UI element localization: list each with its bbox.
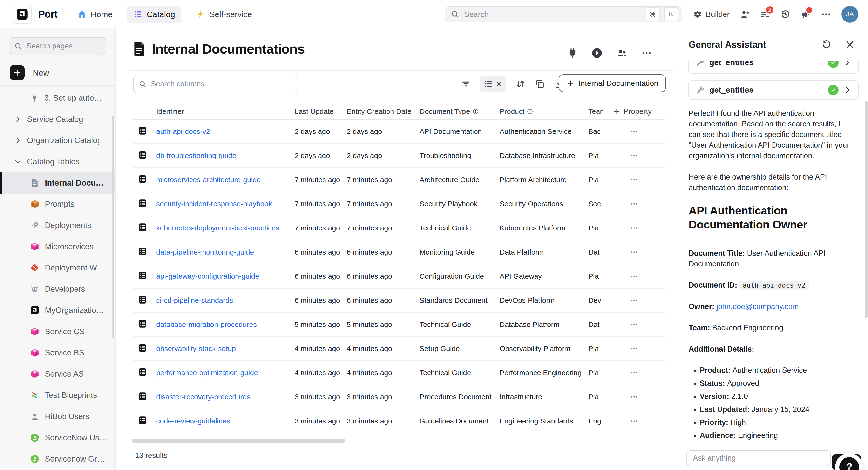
- user-avatar[interactable]: JA: [841, 6, 858, 23]
- entity-link[interactable]: observability-stack-setup: [156, 345, 236, 353]
- port-logo[interactable]: [12, 5, 32, 24]
- table-row[interactable]: data-pipeline-monitoring-guide6 minutes …: [133, 240, 665, 264]
- assistant-scrollbar[interactable]: [865, 101, 868, 318]
- table-row[interactable]: api-gateway-configuration-guide6 minutes…: [133, 264, 665, 289]
- entity-link[interactable]: database-migration-procedures: [156, 320, 257, 328]
- table-row[interactable]: microservices-architecture-guide7 minute…: [133, 168, 665, 192]
- new-page-button[interactable]: New: [10, 65, 49, 80]
- sidebar-item-deployment-w[interactable]: Deployment W…: [0, 257, 116, 278]
- entity-link[interactable]: api-gateway-configuration-guide: [156, 272, 259, 280]
- table-row[interactable]: auth-api-docs-v22 days ago2 days agoAPI …: [133, 120, 665, 144]
- sidebar-item-service-catalog[interactable]: Service Catalog: [0, 109, 116, 130]
- sidebar-item-hibob-users[interactable]: HiBob Users: [0, 406, 116, 427]
- row-actions-button[interactable]: [603, 240, 665, 264]
- copy-icon[interactable]: [535, 79, 545, 89]
- table-row[interactable]: ci-cd-pipeline-standards6 minutes ago6 m…: [133, 289, 665, 313]
- sidebar-scrollbar[interactable]: [112, 116, 114, 338]
- more-options-button[interactable]: [821, 9, 831, 20]
- chevron-right-icon[interactable]: [843, 86, 851, 94]
- table-row[interactable]: database-migration-procedures5 minutes a…: [133, 313, 665, 337]
- reset-icon[interactable]: [821, 39, 831, 50]
- table-row[interactable]: performance-optimization-guide4 minutes …: [133, 361, 665, 385]
- global-search-input[interactable]: [464, 10, 641, 19]
- row-actions-button[interactable]: [603, 216, 665, 240]
- sort-icon[interactable]: [516, 79, 526, 89]
- announcements-button[interactable]: [801, 9, 811, 19]
- entity-link[interactable]: data-pipeline-monitoring-guide: [156, 248, 254, 256]
- table-row[interactable]: db-troubleshooting-guide2 days ago2 days…: [133, 144, 665, 168]
- table-row[interactable]: kubernetes-deployment-best-practices7 mi…: [133, 216, 665, 240]
- global-search[interactable]: ⌘ K: [445, 6, 682, 22]
- column-search-input[interactable]: [151, 79, 292, 89]
- ask-input-box[interactable]: [686, 450, 831, 466]
- entity-link[interactable]: disaster-recovery-procedures: [156, 393, 250, 401]
- sidebar-item-internal-docu[interactable]: Internal Docu…: [0, 172, 116, 194]
- entity-link[interactable]: code-review-guidelines: [156, 417, 230, 425]
- sidebar-item-microservices[interactable]: Microservices: [0, 236, 116, 257]
- builder-button[interactable]: Builder: [692, 9, 730, 19]
- row-actions-button[interactable]: [603, 409, 665, 433]
- sidebar-item-myorganizatio[interactable]: MyOrganizatio…: [0, 300, 116, 321]
- header-entity-creation-date[interactable]: Entity Creation Date: [347, 107, 420, 116]
- sidebar-item-deployments[interactable]: Deployments: [0, 215, 116, 236]
- row-actions-button[interactable]: [603, 168, 665, 192]
- sidebar-item-servicenow-gr[interactable]: Servicenow Gr…: [0, 448, 116, 470]
- sidebar-item-service-bs[interactable]: Service BS: [0, 342, 116, 363]
- header-product[interactable]: Product: [500, 107, 588, 116]
- row-actions-button[interactable]: [603, 120, 665, 143]
- tool-call-card[interactable]: get_entities: [688, 61, 859, 74]
- add-internal-documentation-button[interactable]: Internal Documentation: [559, 74, 666, 92]
- sidebar-item-developers[interactable]: Developers: [0, 278, 116, 300]
- row-actions-button[interactable]: [603, 264, 665, 288]
- sidebar-item-test-blueprints[interactable]: Test Blueprints: [0, 385, 116, 406]
- nav-item-self-service[interactable]: Self-service: [189, 5, 258, 23]
- entity-link[interactable]: microservices-architecture-guide: [156, 176, 261, 184]
- entity-link[interactable]: kubernetes-deployment-best-practices: [156, 224, 279, 232]
- horizontal-scrollbar[interactable]: [132, 439, 345, 443]
- table-row[interactable]: disaster-recovery-procedures3 minutes ag…: [133, 385, 665, 409]
- sidebar-item-service-as[interactable]: Service AS: [0, 363, 116, 385]
- more-options-icon[interactable]: [641, 48, 652, 58]
- runs-audit-button[interactable]: 2: [760, 9, 770, 19]
- table-row[interactable]: observability-stack-setup4 minutes ago4 …: [133, 337, 665, 361]
- play-circle-icon[interactable]: [591, 47, 603, 59]
- group-by-pill[interactable]: [480, 76, 506, 92]
- entity-link[interactable]: performance-optimization-guide: [156, 369, 258, 377]
- sidebar-item-catalog-tables[interactable]: Catalog Tables: [0, 151, 116, 172]
- entity-link[interactable]: auth-api-docs-v2: [156, 127, 210, 135]
- sidebar-search-input[interactable]: [26, 41, 123, 51]
- close-icon[interactable]: [845, 39, 855, 50]
- plug-icon[interactable]: [567, 48, 578, 58]
- header-last-update[interactable]: Last Update: [294, 107, 347, 116]
- filter-icon[interactable]: [461, 79, 471, 89]
- sidebar-item-3-set-up-auto[interactable]: 3. Set up auto…: [0, 87, 116, 109]
- nav-item-catalog[interactable]: Catalog: [127, 5, 181, 23]
- entity-link[interactable]: db-troubleshooting-guide: [156, 151, 236, 159]
- people-icon[interactable]: [616, 47, 628, 59]
- sidebar-search[interactable]: [9, 37, 106, 55]
- header-identifier[interactable]: Identifier: [156, 107, 294, 116]
- row-actions-button[interactable]: [603, 361, 665, 385]
- row-actions-button[interactable]: [603, 192, 665, 216]
- header-team[interactable]: Team: [588, 107, 603, 116]
- row-actions-button[interactable]: [603, 337, 665, 360]
- entity-link[interactable]: ci-cd-pipeline-standards: [156, 296, 233, 304]
- row-actions-button[interactable]: [603, 313, 665, 336]
- ask-input[interactable]: [692, 453, 825, 463]
- row-actions-button[interactable]: [603, 144, 665, 168]
- history-button[interactable]: [780, 9, 790, 19]
- add-property-button[interactable]: Property: [603, 104, 665, 119]
- sidebar-item-service-cs[interactable]: Service CS: [0, 321, 116, 342]
- entity-link[interactable]: security-incident-response-playbook: [156, 200, 272, 208]
- table-row[interactable]: code-review-guidelines3 minutes ago3 min…: [133, 409, 665, 433]
- nav-item-home[interactable]: Home: [71, 5, 119, 23]
- row-actions-button[interactable]: [603, 385, 665, 409]
- column-search[interactable]: [133, 75, 297, 93]
- table-row[interactable]: security-incident-response-playbook7 min…: [133, 192, 665, 216]
- sidebar-item-organization-catalog[interactable]: Organization Catalog: [0, 130, 116, 151]
- row-actions-button[interactable]: [603, 289, 665, 312]
- tool-call-card[interactable]: get_entities: [688, 80, 859, 100]
- sidebar-item-prompts[interactable]: Prompts: [0, 194, 116, 215]
- sidebar-item-servicenow-us[interactable]: ServiceNow Us…: [0, 427, 116, 448]
- owner-email-link[interactable]: john.doe@company.com: [716, 302, 799, 311]
